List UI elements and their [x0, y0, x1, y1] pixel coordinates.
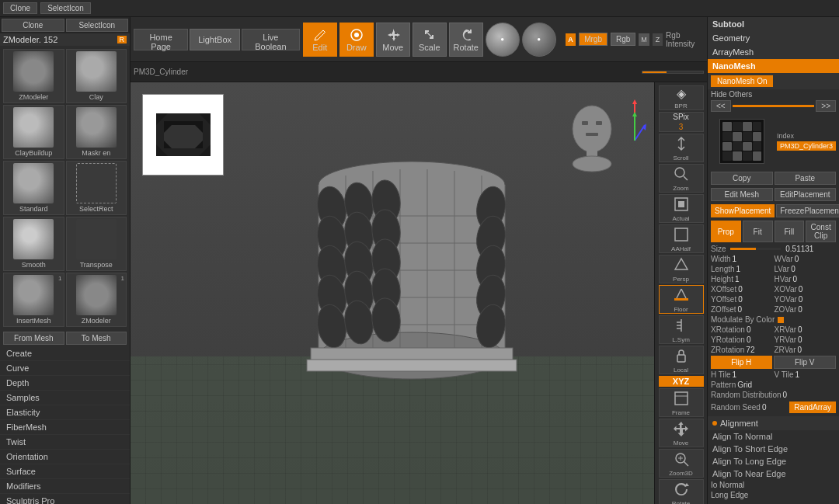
paste-button[interactable]: Paste — [775, 172, 837, 185]
sphere-brush-button[interactable]: ● — [486, 23, 520, 57]
menu-item-samples[interactable]: Samples — [0, 391, 130, 405]
show-placement-button[interactable]: ShowPlacement — [711, 204, 775, 217]
clone-button[interactable]: Clone — [3, 2, 37, 14]
rotate-gizmo-button[interactable]: Rotate — [659, 479, 704, 504]
flip-v-button[interactable]: Flip V — [774, 356, 837, 369]
rgb-intensity-label: Rgb Intensity — [666, 31, 704, 48]
frame-button[interactable]: Frame — [659, 388, 704, 417]
edit-mesh-button[interactable]: Edit Mesh — [711, 188, 773, 201]
brush-item[interactable]: 1 InsertMesh — [3, 273, 64, 327]
brush-thumb-selectrect — [76, 163, 117, 203]
viewport[interactable] — [131, 82, 654, 504]
align-normal-item[interactable]: Align To Normal — [708, 430, 839, 443]
nanomesh-thumb[interactable] — [719, 119, 764, 164]
frame-icon — [672, 389, 691, 408]
random-dist-row: Random Distribution 0 — [708, 390, 839, 400]
home-page-button[interactable]: Home Page — [134, 29, 188, 50]
random-seed-row: Random Seed 0 RandArray — [708, 400, 839, 415]
menu-item-depth[interactable]: Depth — [0, 376, 130, 391]
bpr-button[interactable]: ◈ BPR — [659, 85, 704, 110]
to-mesh-button[interactable]: To Mesh — [66, 332, 127, 345]
brush-item[interactable]: Smooth — [3, 217, 64, 271]
actual-button[interactable]: Actual — [659, 194, 704, 223]
brush-item[interactable]: ZModeler — [3, 49, 64, 103]
menu-item-modifiers[interactable]: Modifiers — [0, 479, 130, 494]
selecticon-left-button[interactable]: SelectIcon — [66, 19, 129, 32]
brush-item[interactable]: ClayBuildup — [3, 105, 64, 159]
brush-item[interactable]: SelectRect — [66, 161, 127, 215]
draw-tool-button[interactable]: Draw — [339, 23, 374, 57]
nanomesh-on-button[interactable]: NanoMesh On — [711, 75, 773, 87]
clone-left-button[interactable]: Clone — [2, 19, 64, 32]
menu-item-twist[interactable]: Twist — [0, 435, 130, 450]
fill-button[interactable]: Fill — [775, 221, 805, 242]
move-tool-button[interactable]: Move — [376, 23, 410, 57]
aahalf-button[interactable]: AAHalf — [659, 224, 704, 253]
nanomesh-header[interactable]: NanoMesh — [708, 59, 839, 73]
align-long-edge-item[interactable]: Align To Long Edge — [708, 455, 839, 468]
rand-array-button[interactable]: RandArray — [789, 401, 836, 413]
zoom-button[interactable]: Zoom — [659, 164, 704, 193]
mrgb-button[interactable]: Mrgb — [579, 33, 607, 46]
lightbox-button[interactable]: LightBox — [190, 29, 240, 50]
move-gizmo-button[interactable]: Move — [659, 419, 704, 447]
align-short-edge-item[interactable]: Align To Short Edge — [708, 443, 839, 455]
edit-placement-button[interactable]: EditPlacement — [775, 188, 837, 201]
scroll-icon — [672, 134, 691, 153]
align-near-edge-item[interactable]: Align To Near Edge — [708, 468, 839, 480]
alignment-header[interactable]: Alignment — [708, 416, 839, 430]
menu-item-create[interactable]: Create — [0, 346, 130, 361]
progress-fill — [642, 71, 667, 73]
flip-h-button[interactable]: Flip H — [711, 356, 772, 369]
freeze-placement-button[interactable]: FreezePlacement — [776, 204, 839, 217]
sphere2-brush-button[interactable]: ● — [522, 23, 556, 57]
svg-rect-64 — [677, 355, 685, 362]
arrows-left-button[interactable]: << — [711, 100, 731, 112]
menu-item-surface[interactable]: Surface — [0, 464, 130, 479]
svg-rect-61 — [674, 298, 688, 301]
prop-button[interactable]: Prop — [711, 221, 741, 242]
const-clip-button[interactable]: Const Clip — [806, 221, 836, 242]
geometry-header[interactable]: Geometry — [708, 31, 839, 45]
from-mesh-button[interactable]: From Mesh — [3, 332, 64, 345]
brush-item[interactable]: Clay — [66, 49, 127, 103]
menu-item-orientation[interactable]: Orientation — [0, 450, 130, 464]
pattern-row: Pattern Grid — [708, 380, 839, 390]
fit-button[interactable]: Fit — [743, 221, 773, 242]
menu-item-sculptris-pro[interactable]: Sculptris Pro — [0, 494, 130, 504]
svg-marker-48 — [632, 112, 637, 116]
menu-item-elasticity[interactable]: Elasticity — [0, 405, 130, 420]
rotate-tool-button[interactable]: Rotate — [449, 23, 483, 57]
brush-item[interactable]: Maskr en — [66, 105, 127, 159]
menu-item-curve[interactable]: Curve — [0, 361, 130, 376]
scale-tool-button[interactable]: Scale — [413, 23, 447, 57]
zrotation-value: 72 — [746, 346, 772, 354]
arraymesh-header[interactable]: ArrayMesh — [708, 45, 839, 59]
io-normal-row: Io Normal — [708, 480, 839, 490]
brush-item[interactable]: Transpose — [66, 217, 127, 271]
scroll-button[interactable]: Scroll — [659, 134, 704, 162]
live-boolean-button[interactable]: Live Boolean — [242, 29, 300, 50]
brush-thumb-clay — [76, 51, 117, 92]
rgb-button[interactable]: Rgb — [611, 33, 635, 46]
brush-label: Maskr en — [82, 149, 110, 157]
copy-button[interactable]: Copy — [711, 172, 773, 185]
arrows-right-button[interactable]: >> — [816, 100, 836, 112]
svg-line-68 — [684, 461, 688, 466]
svg-rect-59 — [675, 228, 688, 241]
brush-item[interactable]: Standard — [3, 161, 64, 215]
xyz-button[interactable]: XYZ — [659, 376, 704, 387]
persp-button[interactable]: Persp — [659, 255, 704, 283]
selecticon-button[interactable]: SelectIcon — [40, 2, 91, 14]
lsym-button[interactable]: L.Sym — [659, 315, 704, 344]
spix-button[interactable]: SPix 3 — [659, 112, 704, 132]
length-value: 1 — [736, 265, 773, 273]
floor-button[interactable]: Floor — [659, 285, 704, 314]
zoom3d-button[interactable]: Zoom3D — [659, 449, 704, 478]
edit-tool-button[interactable]: Edit — [303, 23, 337, 57]
brush-item[interactable]: 1 ZModeler — [66, 273, 127, 327]
local-button[interactable]: Local — [659, 346, 704, 374]
hide-others-button[interactable]: Hide Others — [711, 90, 752, 99]
menu-item-fibermesh[interactable]: FiberMesh — [0, 420, 130, 435]
subtool-header[interactable]: Subtool — [708, 17, 839, 31]
